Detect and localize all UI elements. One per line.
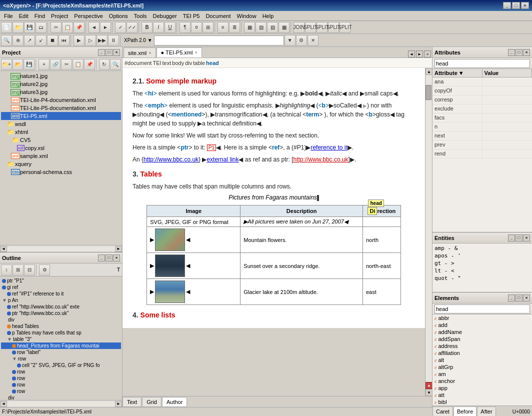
outline-head-tables[interactable]: head Tables	[1, 323, 121, 330]
attr-value[interactable]	[482, 114, 532, 122]
project-controls[interactable]: _ □ ×	[98, 49, 120, 56]
attr-row-next[interactable]: next	[432, 132, 532, 140]
menu-options[interactable]: Options	[106, 12, 131, 20]
tb-paste-btn[interactable]: 📌	[74, 22, 84, 33]
outline-ref-bbc-ext[interactable]: ref "http://www.bbc.co.uk" exte	[1, 304, 121, 310]
attr-row-n[interactable]: n	[432, 122, 532, 132]
tb-run2-btn[interactable]: ▶▶	[96, 35, 108, 46]
outline-row-3[interactable]: row	[1, 375, 121, 382]
entity-lt[interactable]: lt - <	[434, 267, 531, 274]
attr-row-facs[interactable]: facs	[432, 114, 532, 122]
tb-b-btn[interactable]: B	[142, 22, 152, 33]
hscroll-left-btn[interactable]: ◄	[0, 401, 7, 407]
elem-address[interactable]: eaddress	[432, 342, 532, 350]
tb-forward-btn[interactable]: ►	[100, 22, 111, 33]
elem-float-btn[interactable]: □	[516, 294, 522, 302]
tb-olist-btn[interactable]: ≣	[229, 22, 240, 33]
attr-row-copyof[interactable]: copyOf	[432, 86, 532, 96]
tab-close-icon[interactable]: ×	[148, 50, 151, 56]
menu-file[interactable]: File	[1, 12, 16, 20]
elem-tab-after[interactable]: After	[477, 406, 496, 416]
tab-prev-btn[interactable]: ◄	[408, 50, 415, 58]
attr-col-attribute[interactable]: Attribute ▼	[432, 69, 482, 77]
tb-indent-btn[interactable]: ⊞	[202, 22, 214, 33]
menu-document[interactable]: Document	[202, 12, 234, 20]
tb-r3-btn[interactable]: ↙	[36, 35, 46, 46]
tree-cv5[interactable]: 📁 CV5	[1, 136, 121, 144]
tb-xpath-btn[interactable]: JOIN	[294, 22, 304, 33]
tb-cut-btn[interactable]: ✂	[50, 22, 62, 33]
tb-split-btn[interactable]: SPLIT	[305, 22, 316, 33]
tree-tei-lite-p4[interactable]: xml TEI-Lite-P4-documentation.xml	[1, 96, 121, 104]
tb-split3-btn[interactable]: SPLIT	[328, 22, 339, 33]
bbc-link-2[interactable]: http://www.bbc.co.uk	[294, 156, 348, 163]
vscroll-mark-btn[interactable]: ●	[426, 382, 432, 389]
menu-project[interactable]: Project	[48, 12, 71, 20]
tree-nature2[interactable]: img nature2.jpg	[1, 80, 121, 88]
attr-value[interactable]	[482, 140, 532, 149]
tab-next-btn[interactable]: ►	[416, 50, 423, 58]
outline-table-3[interactable]: ▼ table "3"	[1, 336, 121, 342]
proj-ref-btn[interactable]: ↻	[99, 59, 110, 70]
attr-row-corresp[interactable]: corresp	[432, 96, 532, 104]
outline-float-btn[interactable]: □	[106, 254, 112, 262]
editor-tab-author[interactable]: Author	[162, 397, 187, 407]
proj-save-btn[interactable]: 💾	[24, 59, 34, 70]
tb-validate-btn[interactable]: ✓✓	[126, 22, 138, 33]
menu-window[interactable]: Window	[234, 12, 260, 20]
project-hscroll[interactable]: ◄ ►	[0, 245, 122, 252]
outline-T-btn[interactable]: T	[116, 267, 121, 272]
tb-u-btn[interactable]: U	[164, 22, 176, 33]
tb-pilcrow-btn[interactable]: ¤	[191, 22, 202, 33]
tb-xpath-set-btn[interactable]: ⚙	[296, 35, 307, 46]
tb-i-btn[interactable]: I	[153, 22, 164, 33]
outline-min-btn[interactable]: _	[98, 254, 105, 262]
maximize-button[interactable]: □	[512, 2, 520, 9]
menu-edit[interactable]: Edit	[16, 12, 32, 20]
editor-content[interactable]: 2.1. Some simple markup The <hi> element…	[122, 68, 425, 328]
attr-float-btn[interactable]: □	[516, 49, 522, 56]
elem-altgrp[interactable]: ealtGrp	[432, 364, 532, 370]
minimize-button[interactable]: _	[503, 2, 511, 9]
outline-div[interactable]: div	[1, 316, 121, 323]
ent-min-btn[interactable]: _	[508, 234, 515, 242]
entity-amp[interactable]: amp - &	[434, 244, 531, 252]
hscroll-right-btn[interactable]: ►	[115, 246, 122, 252]
tree-tei-p5[interactable]: xml TEI-P5.xml	[1, 112, 121, 120]
ext-link[interactable]: external link	[206, 156, 238, 163]
tb-run-btn[interactable]: ▶	[74, 35, 84, 46]
elem-anchor[interactable]: eanchor	[432, 378, 532, 384]
elem-att[interactable]: eatt	[432, 392, 532, 398]
tb-save-btn[interactable]: 💾	[24, 22, 35, 33]
attr-value[interactable]	[482, 86, 532, 95]
tb-xpath-run-btn[interactable]: ▼	[284, 35, 296, 46]
tb-r5-btn[interactable]: ⏮	[58, 35, 70, 46]
tb-table2-btn[interactable]: ▧	[256, 22, 266, 33]
tb-split4-btn[interactable]: SPLIT	[340, 22, 350, 33]
proj-open-btn[interactable]: 📂	[12, 59, 24, 70]
outline-collapse-btn[interactable]: ⊟	[24, 264, 35, 276]
menu-tools[interactable]: Tools	[131, 12, 150, 20]
outline-cell-svg[interactable]: cell "2" SVG, JPEG, GIF or PNG fo	[1, 362, 121, 368]
attr-col-value[interactable]: Value	[482, 69, 532, 77]
attr-row-rend[interactable]: rend	[432, 150, 532, 158]
elem-addspan[interactable]: eaddSpan	[432, 336, 532, 342]
outline-row-label[interactable]: row "label"	[1, 349, 121, 356]
project-min-btn[interactable]: _	[98, 49, 105, 56]
tb-para-btn[interactable]: ¶	[180, 22, 190, 33]
attr-value[interactable]	[482, 132, 532, 140]
tree-nature1[interactable]: img nature1.jpg	[1, 72, 121, 80]
breadcrumb-head[interactable]: head	[206, 60, 219, 66]
tb-list-btn[interactable]: ≡	[218, 22, 228, 33]
outline-controls[interactable]: _ □ ×	[98, 254, 120, 262]
elem-controls[interactable]: _ □ ×	[508, 294, 530, 302]
outline-p-tables[interactable]: p Tables may have cells that sp	[1, 330, 121, 336]
attr-search-input[interactable]	[434, 59, 530, 68]
tree-nature3[interactable]: img nature3.jpg	[1, 88, 121, 96]
menu-find[interactable]: Find	[32, 12, 48, 20]
project-close-btn[interactable]: ×	[113, 49, 120, 56]
vscroll-up-btn[interactable]: ▲	[426, 68, 432, 75]
elem-am[interactable]: eam	[432, 370, 532, 378]
tree-xhtml[interactable]: 📁 xhtml	[1, 128, 121, 136]
bbc-link-1[interactable]: http://www.bbc.co.uk	[144, 156, 198, 163]
